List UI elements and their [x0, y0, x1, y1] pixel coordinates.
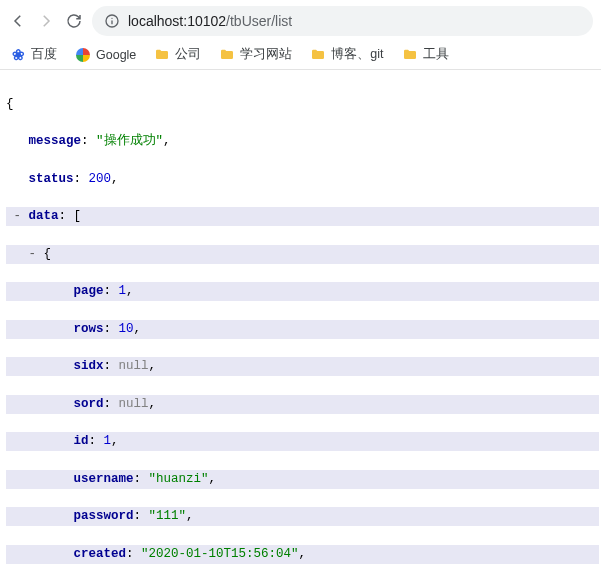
bookmark-folder-blog-git[interactable]: 博客、git: [310, 46, 383, 63]
bookmark-label: 博客、git: [331, 46, 383, 63]
bookmark-google[interactable]: Google: [75, 47, 136, 63]
site-info-icon[interactable]: [104, 13, 120, 29]
folder-icon: [402, 47, 418, 63]
bookmarks-bar: ❀ 百度 Google 公司 学习网站 博客、git 工具: [0, 40, 601, 70]
folder-icon: [310, 47, 326, 63]
bookmark-label: 公司: [175, 46, 201, 63]
bookmark-label: 百度: [31, 46, 57, 63]
folder-icon: [154, 47, 170, 63]
bookmark-folder-tools[interactable]: 工具: [402, 46, 449, 63]
back-icon[interactable]: [8, 11, 28, 31]
baidu-icon: ❀: [10, 47, 26, 63]
collapse-icon[interactable]: -: [29, 247, 37, 261]
forward-icon[interactable]: [36, 11, 56, 31]
bookmark-label: 学习网站: [240, 46, 292, 63]
bookmark-label: Google: [96, 48, 136, 62]
browser-nav-bar: localhost:10102/tbUser/list: [0, 0, 601, 40]
json-viewer: { message: "操作成功", status: 200, - data: …: [0, 70, 601, 578]
google-icon: [75, 47, 91, 63]
reload-icon[interactable]: [64, 11, 84, 31]
folder-icon: [219, 47, 235, 63]
address-text: localhost:10102/tbUser/list: [128, 13, 292, 29]
bookmark-baidu[interactable]: ❀ 百度: [10, 46, 57, 63]
bookmark-label: 工具: [423, 46, 449, 63]
address-bar[interactable]: localhost:10102/tbUser/list: [92, 6, 593, 36]
bookmark-folder-study[interactable]: 学习网站: [219, 46, 292, 63]
collapse-icon[interactable]: -: [14, 209, 22, 223]
bookmark-folder-company[interactable]: 公司: [154, 46, 201, 63]
